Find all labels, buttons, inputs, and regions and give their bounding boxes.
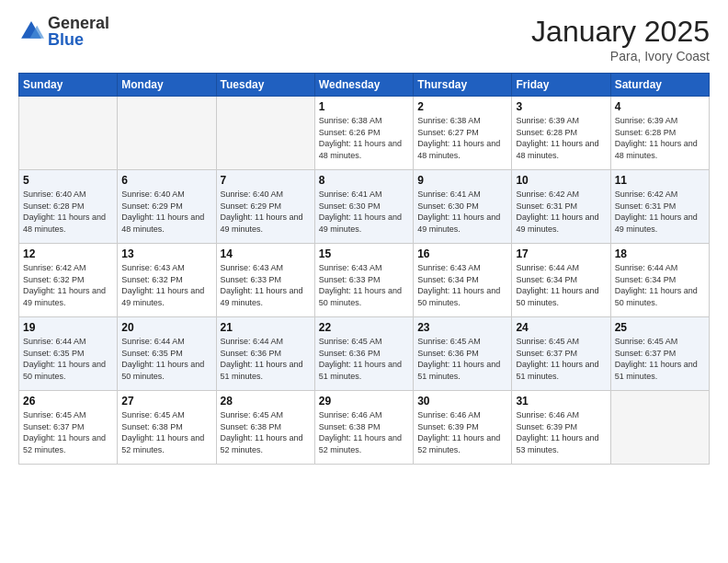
day-cell xyxy=(610,391,709,465)
day-info: Sunrise: 6:46 AM Sunset: 6:38 PM Dayligh… xyxy=(319,409,409,455)
day-cell: 14 Sunrise: 6:43 AM Sunset: 6:33 PM Dayl… xyxy=(216,244,314,317)
day-info: Sunrise: 6:40 AM Sunset: 6:29 PM Dayligh… xyxy=(121,189,211,235)
day-cell: 27 Sunrise: 6:45 AM Sunset: 6:38 PM Dayl… xyxy=(118,391,216,465)
day-cell: 20 Sunrise: 6:44 AM Sunset: 6:35 PM Dayl… xyxy=(118,317,216,391)
day-info: Sunrise: 6:46 AM Sunset: 6:39 PM Dayligh… xyxy=(417,409,507,455)
day-cell: 17 Sunrise: 6:44 AM Sunset: 6:34 PM Dayl… xyxy=(512,244,610,317)
location-subtitle: Para, Ivory Coast xyxy=(531,49,710,63)
day-header-saturday: Saturday xyxy=(610,74,709,97)
day-info: Sunrise: 6:40 AM Sunset: 6:29 PM Dayligh… xyxy=(221,189,311,235)
day-number: 15 xyxy=(319,247,409,260)
day-number: 26 xyxy=(23,395,113,408)
day-info: Sunrise: 6:44 AM Sunset: 6:36 PM Dayligh… xyxy=(221,336,311,382)
day-cell: 12 Sunrise: 6:42 AM Sunset: 6:32 PM Dayl… xyxy=(19,244,118,317)
day-info: Sunrise: 6:46 AM Sunset: 6:39 PM Dayligh… xyxy=(516,409,606,455)
day-info: Sunrise: 6:45 AM Sunset: 6:36 PM Dayligh… xyxy=(417,336,507,382)
day-cell: 16 Sunrise: 6:43 AM Sunset: 6:34 PM Dayl… xyxy=(414,244,512,317)
day-number: 11 xyxy=(615,174,705,187)
day-cell: 2 Sunrise: 6:38 AM Sunset: 6:27 PM Dayli… xyxy=(414,97,512,170)
day-cell: 21 Sunrise: 6:44 AM Sunset: 6:36 PM Dayl… xyxy=(216,317,314,391)
day-number: 31 xyxy=(516,395,606,408)
calendar: SundayMondayTuesdayWednesdayThursdayFrid… xyxy=(18,73,710,465)
week-row-4: 19 Sunrise: 6:44 AM Sunset: 6:35 PM Dayl… xyxy=(19,317,710,391)
day-number: 28 xyxy=(221,395,311,408)
day-cell: 23 Sunrise: 6:45 AM Sunset: 6:36 PM Dayl… xyxy=(414,317,512,391)
day-number: 7 xyxy=(221,174,311,187)
day-cell xyxy=(118,97,216,170)
day-info: Sunrise: 6:43 AM Sunset: 6:32 PM Dayligh… xyxy=(121,262,211,308)
day-info: Sunrise: 6:43 AM Sunset: 6:34 PM Dayligh… xyxy=(417,262,507,308)
day-header-thursday: Thursday xyxy=(414,74,512,97)
day-number: 23 xyxy=(417,321,507,334)
day-cell: 26 Sunrise: 6:45 AM Sunset: 6:37 PM Dayl… xyxy=(19,391,118,465)
day-number: 21 xyxy=(221,321,311,334)
logo-blue: Blue xyxy=(48,31,109,48)
day-info: Sunrise: 6:42 AM Sunset: 6:32 PM Dayligh… xyxy=(23,262,113,308)
day-cell: 9 Sunrise: 6:41 AM Sunset: 6:30 PM Dayli… xyxy=(414,170,512,244)
header: General Blue January 2025 Para, Ivory Co… xyxy=(18,15,710,63)
day-info: Sunrise: 6:42 AM Sunset: 6:31 PM Dayligh… xyxy=(516,189,606,235)
day-cell: 11 Sunrise: 6:42 AM Sunset: 6:31 PM Dayl… xyxy=(610,170,709,244)
day-info: Sunrise: 6:43 AM Sunset: 6:33 PM Dayligh… xyxy=(221,262,311,308)
day-cell: 10 Sunrise: 6:42 AM Sunset: 6:31 PM Dayl… xyxy=(512,170,610,244)
day-number: 24 xyxy=(516,321,606,334)
logo-icon xyxy=(18,18,44,44)
day-info: Sunrise: 6:44 AM Sunset: 6:35 PM Dayligh… xyxy=(121,336,211,382)
day-cell: 15 Sunrise: 6:43 AM Sunset: 6:33 PM Dayl… xyxy=(314,244,413,317)
day-info: Sunrise: 6:44 AM Sunset: 6:34 PM Dayligh… xyxy=(516,262,606,308)
week-row-5: 26 Sunrise: 6:45 AM Sunset: 6:37 PM Dayl… xyxy=(19,391,710,465)
day-cell: 3 Sunrise: 6:39 AM Sunset: 6:28 PM Dayli… xyxy=(512,97,610,170)
day-cell: 7 Sunrise: 6:40 AM Sunset: 6:29 PM Dayli… xyxy=(216,170,314,244)
day-number: 25 xyxy=(615,321,705,334)
day-number: 27 xyxy=(121,395,211,408)
day-info: Sunrise: 6:43 AM Sunset: 6:33 PM Dayligh… xyxy=(319,262,409,308)
day-info: Sunrise: 6:45 AM Sunset: 6:38 PM Dayligh… xyxy=(121,409,211,455)
day-number: 30 xyxy=(417,395,507,408)
month-title: January 2025 xyxy=(531,15,710,49)
day-info: Sunrise: 6:45 AM Sunset: 6:37 PM Dayligh… xyxy=(23,409,113,455)
day-cell: 8 Sunrise: 6:41 AM Sunset: 6:30 PM Dayli… xyxy=(314,170,413,244)
calendar-header-row: SundayMondayTuesdayWednesdayThursdayFrid… xyxy=(19,74,710,97)
day-info: Sunrise: 6:45 AM Sunset: 6:36 PM Dayligh… xyxy=(319,336,409,382)
day-number: 22 xyxy=(319,321,409,334)
day-number: 2 xyxy=(417,100,507,113)
day-info: Sunrise: 6:38 AM Sunset: 6:27 PM Dayligh… xyxy=(417,115,507,161)
logo-general: General xyxy=(48,15,109,31)
day-number: 5 xyxy=(23,174,113,187)
day-number: 14 xyxy=(221,247,311,260)
day-info: Sunrise: 6:45 AM Sunset: 6:37 PM Dayligh… xyxy=(516,336,606,382)
day-header-friday: Friday xyxy=(512,74,610,97)
day-info: Sunrise: 6:40 AM Sunset: 6:28 PM Dayligh… xyxy=(23,189,113,235)
day-number: 16 xyxy=(417,247,507,260)
day-number: 13 xyxy=(121,247,211,260)
day-cell: 25 Sunrise: 6:45 AM Sunset: 6:37 PM Dayl… xyxy=(610,317,709,391)
day-number: 17 xyxy=(516,247,606,260)
day-header-monday: Monday xyxy=(118,74,216,97)
day-info: Sunrise: 6:44 AM Sunset: 6:35 PM Dayligh… xyxy=(23,336,113,382)
day-cell: 18 Sunrise: 6:44 AM Sunset: 6:34 PM Dayl… xyxy=(610,244,709,317)
day-cell: 30 Sunrise: 6:46 AM Sunset: 6:39 PM Dayl… xyxy=(414,391,512,465)
day-cell xyxy=(216,97,314,170)
day-info: Sunrise: 6:41 AM Sunset: 6:30 PM Dayligh… xyxy=(417,189,507,235)
day-info: Sunrise: 6:39 AM Sunset: 6:28 PM Dayligh… xyxy=(615,115,705,161)
title-block: January 2025 Para, Ivory Coast xyxy=(531,15,710,63)
logo-text: General Blue xyxy=(48,15,109,48)
day-number: 3 xyxy=(516,100,606,113)
day-cell: 4 Sunrise: 6:39 AM Sunset: 6:28 PM Dayli… xyxy=(610,97,709,170)
day-header-tuesday: Tuesday xyxy=(216,74,314,97)
day-info: Sunrise: 6:41 AM Sunset: 6:30 PM Dayligh… xyxy=(319,189,409,235)
logo: General Blue xyxy=(18,15,109,48)
day-number: 10 xyxy=(516,174,606,187)
week-row-3: 12 Sunrise: 6:42 AM Sunset: 6:32 PM Dayl… xyxy=(19,244,710,317)
day-cell: 31 Sunrise: 6:46 AM Sunset: 6:39 PM Dayl… xyxy=(512,391,610,465)
day-number: 18 xyxy=(615,247,705,260)
day-cell: 5 Sunrise: 6:40 AM Sunset: 6:28 PM Dayli… xyxy=(19,170,118,244)
day-cell: 28 Sunrise: 6:45 AM Sunset: 6:38 PM Dayl… xyxy=(216,391,314,465)
day-number: 19 xyxy=(23,321,113,334)
page: General Blue January 2025 Para, Ivory Co… xyxy=(0,0,728,563)
day-cell: 29 Sunrise: 6:46 AM Sunset: 6:38 PM Dayl… xyxy=(314,391,413,465)
day-info: Sunrise: 6:42 AM Sunset: 6:31 PM Dayligh… xyxy=(615,189,705,235)
day-number: 12 xyxy=(23,247,113,260)
day-number: 4 xyxy=(615,100,705,113)
day-header-sunday: Sunday xyxy=(19,74,118,97)
